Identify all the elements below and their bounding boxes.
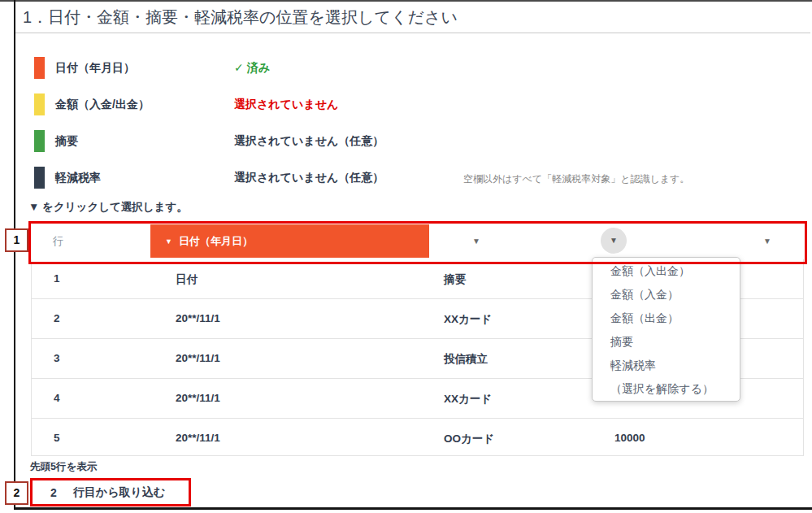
taxrate-note: 空欄以外はすべて「軽減税率対象」と認識します。 [463, 172, 689, 186]
csv-column-mapping-screen: 1．日付・金額・摘要・軽減税率の位置を選択してください 日付（年月日） ✓ 済み… [0, 0, 812, 513]
menu-item-amount-out[interactable]: 金額（出金） [593, 306, 740, 330]
menu-item-amount-inout[interactable]: 金額（入出金） [593, 259, 740, 283]
legend-status-date: ✓ 済み [234, 61, 270, 76]
column5-dropdown-toggle[interactable]: ▼ [763, 224, 771, 258]
frame-bottom-line [14, 507, 812, 510]
callout-badge-2: 2 [5, 481, 28, 505]
import-start-row-input[interactable]: 2 [50, 486, 57, 499]
instruction-text: ▼ をクリックして選択します。 [28, 200, 188, 215]
summary-color-swatch [34, 130, 45, 152]
page-title: 1．日付・金額・摘要・軽減税率の位置を選択してください [23, 7, 458, 28]
amount-color-swatch [34, 93, 45, 115]
taxrate-color-swatch [34, 167, 45, 189]
table-row: 5 20**/11/1 OOカード 10000 [32, 419, 803, 458]
menu-item-taxrate[interactable]: 軽減税率 [593, 354, 740, 377]
preview-rows-note: 先頭5行を表示 [30, 460, 97, 474]
legend-row-taxrate: 軽減税率 選択されていません（任意） 空欄以外はすべて「軽減税率対象」と認識しま… [0, 167, 812, 191]
legend-label-amount: 金額（入金/出金） [55, 98, 150, 112]
legend-row-summary: 摘要 選択されていません（任意） [0, 130, 812, 154]
date-column-selector[interactable]: ▼日付（年月日） [150, 224, 429, 258]
legend-status-summary: 選択されていません（任意） [234, 134, 384, 149]
table-header-row: 行 ▼日付（年月日） ▼ ▼ [31, 224, 802, 258]
frame-top-line [0, 0, 812, 2]
import-start-row-control: 2 行目から取り込む [30, 478, 191, 506]
column3-dropdown-toggle[interactable]: ▼ [472, 224, 480, 258]
column-type-dropdown-menu: 金額（入出金） 金額（入金） 金額（出金） 摘要 軽減税率 （選択を解除する） [592, 257, 740, 402]
legend-label-summary: 摘要 [55, 134, 78, 149]
menu-item-clear-selection[interactable]: （選択を解除する） [593, 377, 740, 401]
row-number-column-header: 行 [53, 224, 63, 258]
legend-row-date: 日付（年月日） ✓ 済み [0, 57, 812, 81]
callout-badge-1: 1 [5, 228, 28, 252]
legend-status-amount: 選択されていません [234, 98, 338, 112]
date-color-swatch [34, 57, 45, 79]
import-start-row-label: 行目から取り込む [73, 485, 165, 500]
menu-item-amount-in[interactable]: 金額（入金） [593, 283, 740, 306]
menu-item-summary[interactable]: 摘要 [593, 330, 740, 354]
title-divider [15, 33, 810, 33]
legend-row-amount: 金額（入金/出金） 選択されていません [0, 93, 812, 118]
legend-label-taxrate: 軽減税率 [55, 171, 101, 185]
column4-dropdown-toggle-active[interactable]: ▼ [601, 228, 627, 254]
legend-label-date: 日付（年月日） [55, 61, 135, 76]
legend-status-taxrate: 選択されていません（任意） [234, 171, 384, 185]
check-icon: ✓ [234, 61, 244, 74]
chevron-down-icon: ▼ [165, 225, 172, 259]
